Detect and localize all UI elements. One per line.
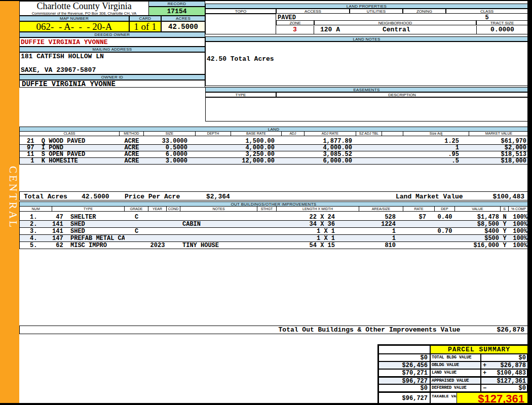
ob-col-rate: RATE — [403, 207, 435, 212]
ps-prev-total-bldg: $0 — [378, 354, 430, 361]
map-number-value: 062- - A- - - 20-A — [19, 21, 129, 32]
ob-row-year — [148, 228, 167, 235]
land-col-adj: ADJ — [282, 132, 305, 136]
ob-row-num: 3. — [20, 228, 52, 235]
acres-label: ACRES — [161, 16, 205, 21]
ob-row-value: $16,000 — [455, 242, 501, 249]
neighborhood-code: 120 A — [320, 26, 340, 33]
land-row-adj-rate: 3,085.52 — [305, 151, 356, 158]
ob-row-s: Y — [501, 235, 509, 242]
ob-row-year — [148, 214, 167, 221]
ob-row-s: Y — [501, 221, 509, 228]
land-row-class: 21 Q WOOD PAVED — [20, 138, 120, 145]
ob-row-notes: TINY HOUSE — [180, 242, 257, 249]
land-row-class: 1 K HOMESITE — [20, 158, 120, 165]
card-label: CARD — [129, 16, 161, 21]
ob-row-sthgt — [257, 214, 277, 221]
land-row-size: 0.5000 — [144, 145, 196, 151]
out-buildings-total-value: $26,878 — [497, 326, 524, 334]
ob-col-notes: NOTES — [180, 207, 257, 212]
ob-row-dep — [435, 235, 455, 242]
ob-row-cond — [167, 228, 180, 235]
land-properties-title: LAND PROPERTIES — [205, 4, 528, 9]
out-buildings-table: NUM TYPE GRADE YEAR COND NOTES STHGT LEN… — [19, 207, 528, 249]
land-col-base-rate: BASE RATE — [231, 132, 282, 136]
ob-col-s: S — [501, 207, 509, 212]
ob-col-type: TYPE — [52, 207, 125, 212]
ob-row-value: $400 — [455, 228, 501, 235]
ob-row-cond — [167, 214, 180, 221]
land-row-adj — [282, 151, 305, 158]
ob-row-pct-comp: 100% — [509, 214, 528, 221]
land-col-class: CLASS — [20, 132, 120, 136]
land-notes-box: 42.50 Total Acres — [205, 42, 528, 86]
ps-op: − — [483, 385, 486, 391]
ob-row-notes — [180, 235, 257, 242]
land-row-adj-rate: 1,877.89 — [305, 138, 356, 145]
total-acres-value: 42.5000 — [82, 193, 109, 200]
ob-row-num: 5. — [20, 242, 52, 249]
land-row-depth — [196, 138, 231, 145]
out-buildings-total-row: Total Out Buildings & Other Improvements… — [19, 326, 528, 334]
parcel-summary-title: PARCEL SUMMARY — [430, 345, 528, 354]
price-per-acre-label: Price Per Acre — [125, 193, 180, 200]
ob-row-type: 47 SHELTER — [52, 214, 125, 221]
ob-row-length-width: 54 X 15 — [277, 242, 359, 249]
ps-prev-taxable: $96,727 — [378, 392, 430, 404]
ps-value-deferred: −$0 — [481, 384, 528, 392]
land-row-size-adj: .95 — [403, 151, 469, 158]
ob-row-area-size: 1224 — [359, 221, 403, 228]
ps-label-deferred: DEFERRED VALUE — [430, 384, 481, 392]
ob-row-pct-comp: 100% — [509, 228, 528, 235]
ps-label-appraised: APPRAISED VALUE — [430, 377, 481, 384]
ob-row-pct-comp: 100% — [509, 242, 528, 249]
ob-row-grade: C — [125, 228, 148, 235]
ps-value-total-bldg: $0 — [481, 354, 528, 361]
neighborhood-name: Central — [383, 26, 410, 33]
ob-row-year — [148, 235, 167, 242]
record-value: 17154 — [148, 7, 205, 16]
address-line-2: SAXE, VA 23967-5807 — [20, 66, 205, 74]
total-acres-label: Total Acres — [24, 193, 67, 200]
ps-prev-appraised: $96,727 — [378, 377, 430, 384]
out-buildings-title: OUT BUILDINGS/OTHER IMPROVEMENTS — [19, 201, 528, 207]
ob-col-dep: DEP — [435, 207, 455, 212]
ps-label-taxable: TAXABLE VALUE — [431, 393, 457, 403]
ob-row-value: $8,500 — [455, 221, 501, 228]
zone-value: 3 — [276, 26, 314, 34]
ob-row-type: 141 SHED — [52, 228, 125, 235]
land-row-class: 11 S OPEN PAVED — [20, 151, 120, 158]
land-row-sz-adj-tbl — [356, 158, 382, 165]
ob-row-area-size: 528 — [359, 214, 403, 221]
land-row-depth — [196, 158, 231, 165]
land-row-depth — [196, 151, 231, 158]
land-row-base-rate: 1,500.00 — [231, 138, 282, 145]
ob-row-rate — [403, 228, 435, 235]
land-row-market-value: $61,970 — [469, 138, 528, 145]
ob-row-cond — [167, 235, 180, 242]
ob-row-year: 2023 — [148, 242, 167, 249]
easement-type-label: TYPE — [205, 92, 276, 97]
ps-amount: $0 — [519, 385, 526, 391]
mailing-address-label: MAILING ADDRESS — [19, 47, 205, 52]
address-line-1: 181 CATFISH HOLLOW LN — [20, 53, 205, 60]
tract-size-label: TRACT SIZE — [476, 20, 528, 25]
ob-row-dep: 0.70 — [435, 228, 455, 235]
zone-label: ZONE — [276, 20, 314, 25]
ps-amount: $100,483 — [497, 370, 526, 376]
ps-amount: $26,878 — [501, 362, 526, 369]
ob-row-dep: 0.40 — [435, 214, 455, 221]
ob-row-notes: CABIN — [180, 221, 257, 228]
land-col-blank — [382, 132, 403, 136]
owner-id-label: OWNER ID — [19, 74, 205, 80]
class-label: CLASS — [446, 9, 528, 14]
land-row-sz-adj-tbl — [356, 138, 382, 145]
out-buildings-total-label: Total Out Buildings & Other Improvements… — [279, 326, 461, 334]
ob-row-sthgt — [257, 235, 277, 242]
land-row-market-value: $18,000 — [469, 158, 528, 165]
ob-row-area-size: 1 — [359, 228, 403, 235]
land-row-base-rate: 3,250.00 — [231, 151, 282, 158]
ps-amount: $0 — [519, 354, 526, 361]
ps-value-taxable: $127,361 — [457, 393, 527, 403]
land-row-sz-adj-tbl — [356, 145, 382, 151]
